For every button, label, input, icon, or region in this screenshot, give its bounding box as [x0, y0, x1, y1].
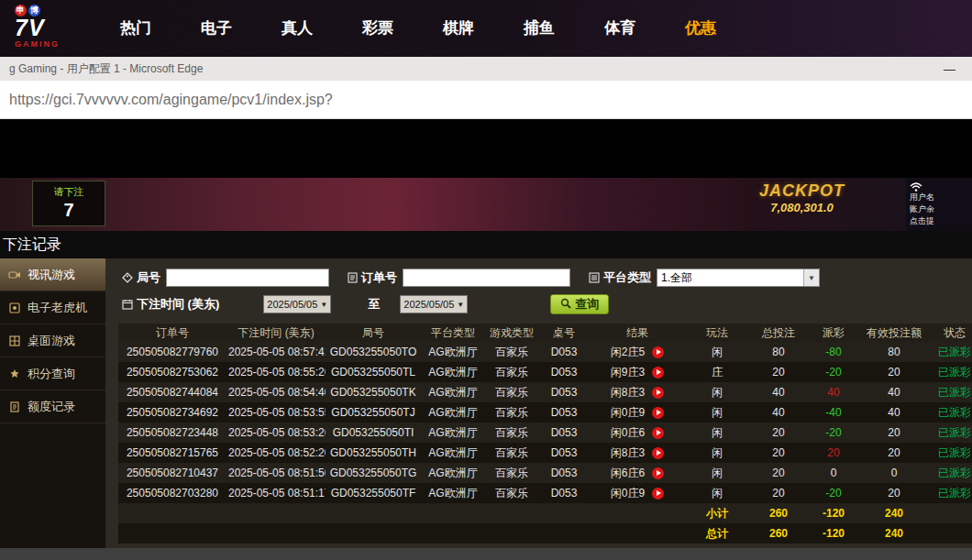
- banner-right-lines: 用户名账户余点击提: [910, 192, 968, 227]
- table-cell: 闲: [685, 342, 749, 362]
- platform-filter-label: 平台类型: [589, 269, 651, 286]
- video-play-button[interactable]: [652, 346, 664, 358]
- table-cell: GD053255050TH: [326, 443, 421, 463]
- table-cell: 20: [749, 362, 808, 382]
- platform-select[interactable]: 1.全部 ▼: [657, 269, 820, 287]
- table-cell: D053: [538, 342, 590, 362]
- subtotal-row-cell: [538, 503, 590, 523]
- video-play-button[interactable]: [652, 427, 664, 439]
- total-row-cell: [590, 523, 685, 544]
- result-cell: 闲8庄3: [590, 443, 685, 463]
- table-cell: 40: [859, 382, 929, 402]
- total-row: 总计260-120240: [118, 523, 972, 544]
- table-cell: 20: [859, 483, 929, 503]
- banner-info-line: 用户名: [910, 192, 968, 203]
- total-row-cell: 240: [859, 523, 929, 544]
- nav-item[interactable]: 电子: [176, 0, 257, 57]
- result-text: 闲0庄9: [611, 487, 645, 500]
- sidebar-item-label: 视讯游戏: [28, 267, 75, 283]
- table-cell: 2025-05-05 08:52:20: [226, 443, 326, 463]
- status-cell: 已派彩: [929, 342, 972, 362]
- round-input[interactable]: [166, 269, 329, 287]
- nav-item[interactable]: 真人: [257, 0, 337, 57]
- table-cell: 20: [749, 483, 808, 503]
- jackpot-label: JACKPOT: [759, 181, 845, 201]
- nav-item[interactable]: 彩票: [337, 0, 418, 57]
- search-button[interactable]: 查询: [550, 294, 609, 314]
- payout-cell: -20: [808, 423, 859, 443]
- jackpot-amount: 7,080,301.0: [759, 201, 845, 214]
- table-cell: 闲: [685, 423, 749, 443]
- content-panel: 局号 订单号 平台类型 1.全部 ▼: [105, 258, 972, 548]
- table-cell: 2025-05-05 08:53:55: [226, 402, 326, 423]
- subtotal-row-cell: [590, 503, 685, 523]
- video-play-button[interactable]: [652, 447, 664, 459]
- table-row: 2505050827104372025-05-05 08:51:56GD0532…: [118, 463, 972, 483]
- game-page-top: [0, 119, 972, 178]
- video-play-button[interactable]: [652, 407, 664, 419]
- nav-item[interactable]: 捕鱼: [499, 0, 580, 57]
- minimize-button[interactable]: —: [936, 62, 963, 76]
- table-header-row: 订单号下注时间 (美东)局号平台类型游戏类型桌号结果玩法总投注派彩有效投注额状态: [118, 324, 972, 342]
- date-from-picker[interactable]: 2025/05/05 ▼: [263, 295, 331, 313]
- date-to-picker[interactable]: 2025/05/05 ▼: [400, 295, 468, 313]
- order-filter-label: 订单号: [348, 269, 397, 286]
- sidebar-item[interactable]: 视讯游戏: [0, 258, 105, 291]
- total-row-cell: 260: [749, 523, 808, 544]
- sidebar: 视讯游戏电子老虎机桌面游戏积分查询额度记录: [0, 258, 105, 548]
- nav-item[interactable]: 热门: [95, 0, 176, 57]
- total-row-cell: [326, 523, 421, 544]
- table-cell: 80: [859, 342, 929, 362]
- column-header: 结果: [590, 324, 685, 342]
- table-cell: 20: [859, 443, 929, 463]
- order-input[interactable]: [403, 269, 570, 287]
- nav-item[interactable]: 棋牌: [418, 0, 499, 57]
- total-row-cell: [485, 523, 538, 544]
- video-play-button[interactable]: [652, 488, 664, 500]
- table-cell: 20: [859, 423, 929, 443]
- sidebar-item[interactable]: 积分查询: [0, 357, 105, 390]
- brand-logo[interactable]: 申 博 7V GAMING: [15, 2, 86, 55]
- url-bar[interactable]: https://gci.7vvvvvv.com/agingame/pcv1/in…: [0, 81, 972, 119]
- nav-item[interactable]: 体育: [580, 0, 660, 57]
- logo-subtext: GAMING: [15, 39, 86, 49]
- subtotal-row-cell: [421, 503, 485, 523]
- table-cell: AG欧洲厅: [421, 443, 485, 463]
- table-cell: AG欧洲厅: [421, 382, 485, 402]
- table-cell: GD053255050TK: [326, 382, 421, 402]
- column-header: 桌号: [538, 324, 590, 342]
- total-row-cell: [226, 523, 326, 544]
- nav-item[interactable]: 优惠: [660, 0, 741, 57]
- bet-countdown: 7: [33, 199, 105, 221]
- table-game-icon: [8, 335, 21, 347]
- video-play-button[interactable]: [652, 387, 664, 399]
- video-play-button[interactable]: [652, 467, 664, 479]
- table-cell: AG欧洲厅: [421, 423, 485, 443]
- result-text: 闲8庄3: [611, 446, 645, 459]
- table-cell: 2025-05-05 08:55:26: [226, 362, 326, 382]
- platform-select-value: 1.全部: [661, 270, 692, 286]
- table-row: 2505050827346922025-05-05 08:53:55GD0532…: [118, 402, 972, 423]
- sidebar-item[interactable]: 桌面游戏: [0, 324, 105, 357]
- status-cell: 已派彩: [929, 402, 972, 423]
- video-play-button[interactable]: [652, 367, 664, 379]
- result-cell: 闲0庄6: [590, 423, 685, 443]
- date-to-value: 2025/05/05: [403, 299, 454, 310]
- sidebar-item[interactable]: 额度记录: [0, 390, 105, 423]
- payout-cell: -20: [808, 483, 859, 503]
- table-cell: 20: [749, 443, 808, 463]
- date-from-value: 2025/05/05: [267, 299, 317, 310]
- subtotal-row-cell: 小计: [685, 503, 749, 523]
- main-area: 视讯游戏电子老虎机桌面游戏积分查询额度记录 局号 订单号: [0, 258, 972, 548]
- table-cell: 闲: [685, 443, 749, 463]
- table-cell: 0: [859, 463, 929, 483]
- total-row-cell: [538, 523, 590, 544]
- tag-icon: [122, 272, 133, 283]
- total-row-cell: [421, 523, 485, 544]
- result-text: 闲8庄3: [611, 386, 645, 399]
- table-cell: 80: [749, 342, 808, 362]
- sidebar-item[interactable]: 电子老虎机: [0, 291, 105, 324]
- table-cell: 20: [749, 423, 808, 443]
- jackpot: JACKPOT 7,080,301.0: [759, 181, 845, 214]
- status-cell: 已派彩: [929, 423, 972, 443]
